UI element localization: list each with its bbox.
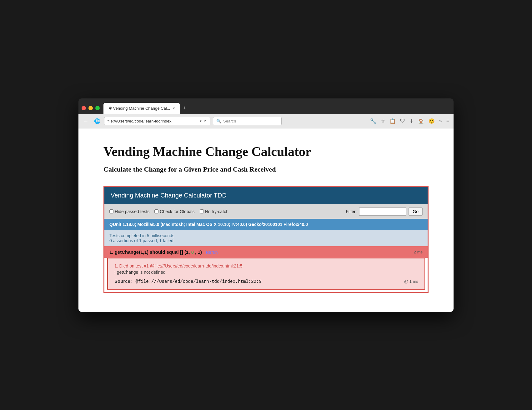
menu-icon[interactable]: ≡ — [445, 117, 450, 125]
filter-area: Filter: Go — [346, 208, 423, 216]
no-try-catch-checkbox[interactable] — [200, 209, 204, 213]
error-link[interactable]: 1. Died on test #1 @file:///Users/ed/cod… — [114, 263, 243, 268]
test-number: 1. — [109, 249, 113, 255]
qunit-header: Vending Machine Change Calculator TDD — [104, 187, 428, 204]
active-tab[interactable]: ✱ Vending Machine Change Cal... × — [103, 103, 180, 114]
search-icon: 🔍 — [216, 119, 221, 123]
qunit-outer: Vending Machine Change Calculator TDD Hi… — [103, 186, 429, 293]
error-line1: 1. Died on test #1 @file:///Users/ed/cod… — [114, 263, 418, 268]
page-content: Vending Machine Change Calculator Calcul… — [78, 128, 454, 312]
search-placeholder-text: Search — [223, 119, 236, 123]
source-line: Source: @file:///Users/ed/code/learn-tdd… — [114, 278, 418, 284]
test-result: Tests completed in 5 milliseconds. 0 ass… — [104, 230, 428, 246]
source-time: @ 1 ms — [404, 279, 418, 284]
source-content: Source: @file:///Users/ed/code/learn-tdd… — [114, 278, 262, 284]
qunit-wrapper: Vending Machine Change Calculator TDD Hi… — [78, 186, 454, 312]
emoji-icon[interactable]: 😊 — [427, 117, 436, 125]
hide-passed-label[interactable]: Hide passed tests — [109, 209, 149, 214]
globe-icon: 🌐 — [93, 117, 102, 125]
test-label-end: , 1) — [195, 249, 202, 255]
user-agent-bar: QUnit 1.18.0; Mozilla/5.0 (Macintosh; In… — [104, 219, 428, 230]
user-agent-text: QUnit 1.18.0; Mozilla/5.0 (Macintosh; In… — [109, 222, 308, 227]
back-button[interactable]: ← — [82, 117, 90, 125]
filter-label: Filter: — [346, 209, 357, 214]
traffic-lights — [82, 106, 100, 114]
hide-passed-checkbox[interactable] — [109, 209, 113, 213]
rerun-link[interactable]: Rerun — [206, 250, 218, 255]
no-try-catch-label[interactable]: No try-catch — [200, 209, 228, 214]
page-title: Vending Machine Change Calculator — [103, 144, 429, 159]
qunit-title: Vending Machine Change Calculator TDD — [111, 192, 227, 199]
test-label: getChange(1,1) should equal [] (1, — [115, 249, 190, 255]
home-icon[interactable]: 🏠 — [417, 117, 425, 125]
source-label: Source: — [114, 278, 132, 284]
test-green-part: 0 — [191, 249, 194, 255]
test-item: 1. getChange(1,1) should equal [] (1, 0 … — [104, 246, 428, 258]
bookmark-icon[interactable]: ☆ — [379, 117, 386, 125]
tools-icon[interactable]: 🔧 — [369, 117, 378, 125]
reload-icon[interactable]: ↺ — [203, 119, 207, 123]
check-globals-text: Check for Globals — [160, 209, 194, 214]
test-item-content: 1. getChange(1,1) should equal [] (1, 0 … — [109, 249, 218, 255]
tab-close-icon[interactable]: × — [173, 106, 175, 111]
hide-passed-text: Hide passed tests — [115, 209, 149, 214]
new-tab-button[interactable]: + — [180, 104, 189, 113]
filter-input[interactable] — [359, 208, 406, 216]
search-bar[interactable]: 🔍 Search — [213, 117, 282, 125]
test-ms: 2 ms — [414, 250, 423, 254]
shield-icon[interactable]: 🛡 — [399, 117, 406, 125]
close-button[interactable] — [82, 106, 86, 110]
result-line2: 0 assertions of 1 passed, 1 failed. — [109, 238, 423, 243]
tab-label: ✱ Vending Machine Change Cal... — [108, 106, 170, 111]
page-subtitle: Calculate the Change for a Given Price a… — [103, 165, 429, 173]
error-box: 1. Died on test #1 @file:///Users/ed/cod… — [107, 258, 425, 290]
error-line2: : getChange is not defined — [114, 270, 418, 275]
address-text: file:///Users/ed/code/learn-tdd/index. — [108, 119, 198, 123]
result-line1: Tests completed in 5 milliseconds. — [109, 233, 423, 238]
nav-bar: ← 🌐 file:///Users/ed/code/learn-tdd/inde… — [78, 114, 454, 128]
check-globals-checkbox[interactable] — [154, 209, 158, 213]
no-try-catch-text: No try-catch — [205, 209, 228, 214]
go-button[interactable]: Go — [409, 208, 423, 216]
browser-window: ✱ Vending Machine Change Cal... × + ← 🌐 … — [78, 98, 454, 312]
more-icon[interactable]: » — [438, 117, 443, 125]
download-icon[interactable]: ⬇ — [408, 117, 415, 125]
fullscreen-button[interactable] — [95, 106, 100, 110]
tabs-area: ✱ Vending Machine Change Cal... × + — [103, 103, 450, 114]
page-header: Vending Machine Change Calculator Calcul… — [78, 128, 454, 186]
source-code: @file:///Users/ed/code/learn-tdd/index.h… — [136, 279, 262, 284]
address-bar[interactable]: file:///Users/ed/code/learn-tdd/index. ▾… — [104, 117, 210, 125]
minimize-button[interactable] — [88, 106, 93, 110]
qunit-toolbar: Hide passed tests Check for Globals No t… — [104, 204, 428, 219]
nav-icons: 🔧 ☆ 📋 🛡 ⬇ 🏠 😊 » ≡ — [369, 117, 450, 125]
check-globals-label[interactable]: Check for Globals — [154, 209, 194, 214]
clipboard-icon[interactable]: 📋 — [388, 117, 397, 125]
dropdown-icon[interactable]: ▾ — [200, 119, 202, 123]
title-bar: ✱ Vending Machine Change Cal... × + — [78, 98, 454, 114]
